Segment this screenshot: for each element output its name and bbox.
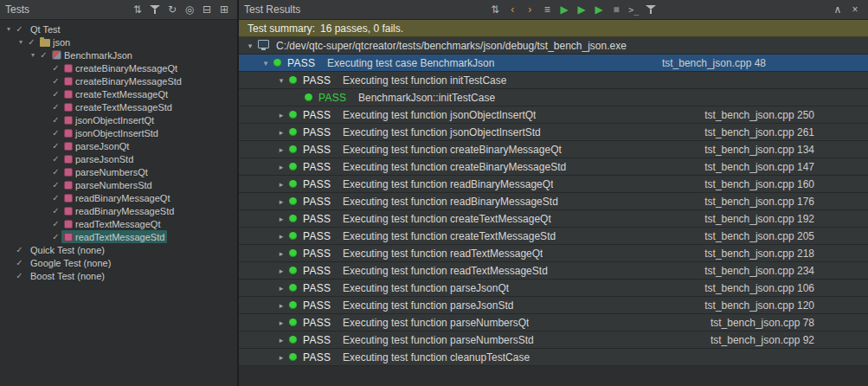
checkbox-checked-icon[interactable]: ✓ [50,76,61,86]
close-panel-icon[interactable]: × [847,2,863,17]
tree-item[interactable]: ✓Quick Test (none) [0,243,237,256]
tree-item[interactable]: ✓parseNumbersStd [0,178,237,191]
expander-icon[interactable]: ▸ [275,215,287,223]
tree-item[interactable]: ✓createTextMessageStd [0,100,237,113]
result-row[interactable]: ▸PASSExecuting test function parseNumber… [239,314,868,331]
checkbox-checked-icon[interactable]: ✓ [50,154,61,164]
expander-icon[interactable]: ▸ [275,232,287,241]
tree-item[interactable]: ✓createBinaryMessageStd [0,74,237,87]
collapse-all-icon[interactable]: ⊟ [199,2,215,17]
tree-item[interactable]: ▾✓BenchmarkJson [0,48,237,61]
tree-item[interactable]: ✓parseJsonStd [0,152,237,165]
expander-icon[interactable]: ▸ [275,284,287,293]
previous-result-icon[interactable]: ‹ [505,2,520,17]
expander-icon[interactable]: ▸ [275,318,287,327]
tree-item[interactable]: ▾✓Qt Test [0,23,237,35]
result-row[interactable]: ▸PASSExecuting test function parseNumber… [239,331,868,349]
checkbox-checked-icon[interactable]: ✓ [50,115,61,125]
expander-icon[interactable]: ▸ [275,353,287,362]
result-row[interactable]: ▸PASSExecuting test function createBinar… [239,158,868,176]
tree-item[interactable]: ✓readTextMessageStd [0,230,237,243]
expander-icon[interactable]: ▸ [275,180,287,189]
result-row[interactable]: ▸PASSExecuting test function jsonObjectI… [239,106,868,124]
tree-item[interactable]: ✓createBinaryMessageQt [0,61,237,74]
tree-item[interactable]: ✓readBinaryMessageStd [0,204,237,217]
result-row[interactable]: ▸PASSExecuting test function jsonObjectI… [239,124,868,141]
expander-icon[interactable]: ▸ [275,111,287,119]
checkbox-checked-icon[interactable]: ✓ [50,180,61,190]
checkbox-checked-icon[interactable]: ✓ [14,245,25,254]
sort-results-icon[interactable]: ⇅ [487,2,503,17]
tree-item[interactable]: ✓readTextMessageQt [0,217,237,230]
tree-item[interactable]: ✓readBinaryMessageQt [0,191,237,204]
expander-icon[interactable]: ▾ [244,42,256,50]
result-row[interactable]: ▸PASSExecuting test function readTextMes… [239,245,868,262]
tree-item[interactable]: ✓parseJsonQt [0,139,237,152]
checkbox-checked-icon[interactable]: ✓ [38,50,49,60]
checkbox-checked-icon[interactable]: ✓ [50,193,61,203]
result-row[interactable]: ▸PASSExecuting test function parseJsonQt… [239,280,868,297]
expander-icon[interactable]: ▸ [275,163,287,171]
checkbox-checked-icon[interactable]: ✓ [50,219,61,228]
result-row[interactable]: ▸PASSExecuting test function createTextM… [239,228,868,245]
result-row[interactable]: ▾PASSExecuting test case BenchmarkJsonts… [239,55,868,72]
result-row[interactable]: ▸PASSExecuting test function readBinaryM… [239,193,868,210]
checkbox-checked-icon[interactable]: ✓ [50,63,61,73]
result-root-row[interactable]: ▾C:/dev/qtc-super/qtcreator/tests/benchm… [239,37,868,55]
result-row[interactable]: ▸PASSExecuting test function cleanupTest… [239,349,868,366]
expander-icon[interactable]: ▾ [16,38,26,46]
expander-icon[interactable]: ▸ [275,145,287,154]
expand-all-icon[interactable]: ⊞ [216,2,232,17]
run-file-tests-icon[interactable]: ▶ [591,2,607,17]
checkbox-checked-icon[interactable]: ✓ [50,102,61,112]
tree-item[interactable]: ✓parseNumbersQt [0,165,237,178]
checkbox-checked-icon[interactable]: ✓ [14,258,25,267]
filter-tests-icon[interactable] [147,2,163,17]
result-row[interactable]: ▸PASSExecuting test function createBinar… [239,141,868,158]
expander-icon[interactable]: ▾ [3,25,14,33]
next-result-icon[interactable]: › [522,2,537,17]
expander-icon[interactable]: ▾ [28,51,38,59]
checkbox-checked-icon[interactable]: ✓ [50,89,61,99]
tree-item[interactable]: ▾✓json [0,35,237,48]
result-row[interactable]: PASSBenchmarkJson::initTestCase [239,89,868,106]
expander-icon[interactable]: ▸ [275,197,287,206]
tree-item[interactable]: ✓jsonObjectInsertQt [0,113,237,126]
expander-icon[interactable]: ▸ [275,336,287,344]
result-row[interactable]: ▸PASSExecuting test function createTextM… [239,210,868,228]
tree-item[interactable]: ✓Boost Test (none) [0,269,237,282]
checkbox-checked-icon[interactable]: ✓ [50,141,61,151]
result-row[interactable]: ▸PASSExecuting test function parseJsonSt… [239,297,868,314]
test-function-icon [64,181,73,190]
run-selected-icon[interactable]: ◎ [182,2,197,17]
stop-tests-icon[interactable]: ■ [608,2,624,17]
checkbox-checked-icon[interactable]: ✓ [14,24,25,34]
expander-icon[interactable]: ▾ [275,76,287,85]
sort-naturally-icon[interactable]: ⇅ [130,2,145,17]
rescan-tests-icon[interactable]: ↻ [164,2,180,17]
expander-icon[interactable]: ▸ [275,301,287,310]
checkbox-checked-icon[interactable]: ✓ [14,271,25,280]
checkbox-checked-icon[interactable]: ✓ [26,37,37,47]
expander-icon[interactable]: ▸ [275,128,287,137]
maximize-panel-icon[interactable]: ∧ [830,2,845,17]
tree-item[interactable]: ✓Google Test (none) [0,256,237,269]
result-row[interactable]: ▸PASSExecuting test function readBinaryM… [239,176,868,193]
expander-icon[interactable]: ▸ [275,267,287,275]
filter-results-icon[interactable] [643,2,659,17]
checkbox-checked-icon[interactable]: ✓ [50,167,61,177]
console-output-icon[interactable]: >_ [626,2,641,17]
run-all-tests-icon[interactable]: ▶ [556,2,572,17]
checkbox-checked-icon[interactable]: ✓ [50,232,61,241]
result-row[interactable]: ▾PASSExecuting test function initTestCas… [239,72,868,89]
checkbox-checked-icon[interactable]: ✓ [50,128,61,138]
checkbox-checked-icon[interactable]: ✓ [50,206,61,216]
expand-results-icon[interactable]: ≡ [539,2,555,17]
expander-icon[interactable]: ▸ [275,249,287,258]
result-row[interactable]: ▸PASSExecuting test function readTextMes… [239,262,868,280]
expander-icon[interactable]: ▾ [260,59,272,68]
run-selected-tests-icon[interactable]: ▶ [574,2,589,17]
tree-item[interactable]: ✓jsonObjectInsertStd [0,126,237,139]
tree-item-label: createBinaryMessageStd [73,76,182,87]
tree-item[interactable]: ✓createTextMessageQt [0,87,237,100]
